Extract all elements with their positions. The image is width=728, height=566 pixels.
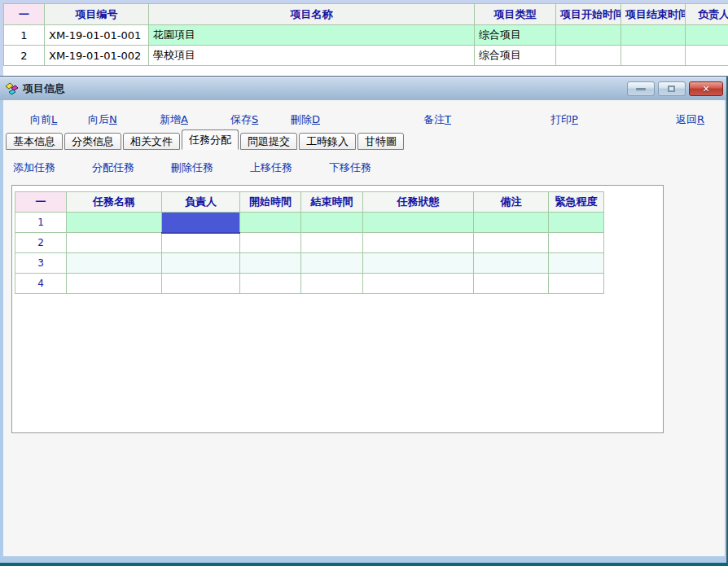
corner-header: 一 (15, 192, 67, 213)
toolbar-save[interactable]: 保存S (230, 112, 258, 127)
task-name-cell[interactable] (67, 253, 162, 274)
window-client-area: 向前L 向后N 新增A 保存S 刪除D 备注T 打印P 返回R 基本信息 分类信… (3, 100, 725, 556)
task-status-cell[interactable] (363, 253, 474, 274)
assignee-cell[interactable] (162, 274, 240, 294)
assignee-cell-selected[interactable] (162, 213, 240, 233)
row-number[interactable]: 2 (15, 233, 67, 253)
start-time-cell[interactable] (240, 233, 301, 253)
toolbar-return[interactable]: 返回R (676, 112, 704, 127)
assignee-cell[interactable] (162, 233, 240, 253)
window-controls: ✕ (627, 81, 723, 96)
urgency-cell[interactable] (549, 253, 604, 274)
move-up-task-button[interactable]: 上移任務 (250, 160, 292, 175)
column-header-assignee: 負責人 (162, 192, 240, 213)
remark-cell[interactable] (474, 213, 549, 233)
toolbar-backward[interactable]: 向后N (88, 112, 117, 127)
task-status-cell[interactable] (363, 213, 474, 233)
table-row[interactable]: 1 XM-19-01-01-001 花園項目 综合项目 (4, 25, 728, 46)
tab-strip: 基本信息 分类信息 相关文件 任務分配 問題提交 工時錄入 甘特圖 (6, 129, 406, 150)
row-number[interactable]: 3 (15, 253, 67, 274)
table-row[interactable]: 2 XM-19-01-01-002 學校項目 综合项目 (4, 46, 728, 66)
project-nodes-icon (5, 82, 19, 96)
tab-time-entry[interactable]: 工時錄入 (299, 133, 356, 150)
project-owner-cell[interactable] (686, 46, 728, 66)
end-time-cell[interactable] (301, 274, 363, 294)
project-grid: 一 项目编号 项目名称 项目类型 项目开始时间 项目结束时间 负责人 1 XM-… (3, 3, 728, 67)
urgency-cell[interactable] (549, 233, 604, 253)
column-header-end-time: 結束時間 (301, 192, 363, 213)
table-row[interactable]: 3 (15, 253, 604, 274)
task-panel: 一 任務名稱 負責人 開始時間 結束時間 任務狀態 備注 緊急程度 1 (11, 185, 664, 433)
minimize-button[interactable] (627, 81, 655, 96)
toolbar-add[interactable]: 新增A (160, 112, 188, 127)
end-time-cell[interactable] (301, 213, 363, 233)
add-task-button[interactable]: 添加任務 (13, 160, 55, 175)
row-number[interactable]: 1 (4, 25, 45, 46)
project-start-cell[interactable] (556, 25, 621, 46)
column-header-owner: 负责人 (686, 4, 728, 25)
assignee-cell[interactable] (162, 253, 240, 274)
urgency-cell[interactable] (549, 213, 604, 233)
tab-task-assignment[interactable]: 任務分配 (182, 129, 239, 150)
project-type-cell[interactable]: 综合项目 (475, 25, 556, 46)
maximize-icon (668, 86, 675, 92)
tab-gantt-chart[interactable]: 甘特圖 (357, 133, 404, 150)
project-name-cell[interactable]: 花園項目 (149, 25, 475, 46)
task-name-cell[interactable] (67, 274, 162, 294)
table-row[interactable]: 4 (15, 274, 604, 294)
urgency-cell[interactable] (549, 274, 604, 294)
project-type-cell[interactable]: 综合项目 (475, 46, 556, 66)
remark-cell[interactable] (474, 274, 549, 294)
window-title: 项目信息 (23, 77, 65, 100)
top-grid-area: 一 项目编号 项目名称 项目类型 项目开始时间 项目结束时间 负责人 1 XM-… (0, 0, 728, 76)
table-row[interactable]: 1 (15, 213, 604, 233)
toolbar-remark[interactable]: 备注T (423, 112, 451, 127)
project-end-cell[interactable] (621, 46, 686, 66)
move-down-task-button[interactable]: 下移任務 (329, 160, 371, 175)
end-time-cell[interactable] (301, 253, 363, 274)
tab-category-info[interactable]: 分类信息 (64, 133, 121, 150)
toolbar-print[interactable]: 打印P (550, 112, 578, 127)
task-name-cell[interactable] (67, 233, 162, 253)
task-status-cell[interactable] (363, 274, 474, 294)
task-status-cell[interactable] (363, 233, 474, 253)
start-time-cell[interactable] (240, 253, 301, 274)
table-row[interactable]: 2 (15, 233, 604, 253)
column-header-task-name: 任務名稱 (67, 192, 162, 213)
toolbar-forward[interactable]: 向前L (30, 112, 57, 127)
end-time-cell[interactable] (301, 233, 363, 253)
column-header-urgency: 緊急程度 (549, 192, 604, 213)
column-header-project-name: 项目名称 (149, 4, 475, 25)
start-time-cell[interactable] (240, 274, 301, 294)
task-table-header-row: 一 任務名稱 負責人 開始時間 結束時間 任務狀態 備注 緊急程度 (15, 192, 604, 213)
column-header-project-type: 项目类型 (475, 4, 556, 25)
column-header-start-time: 项目开始时间 (556, 4, 621, 25)
start-time-cell[interactable] (240, 213, 301, 233)
project-end-cell[interactable] (621, 25, 686, 46)
column-header-end-time: 项目结束时间 (621, 4, 686, 25)
assign-task-button[interactable]: 分配任務 (92, 160, 134, 175)
close-button[interactable]: ✕ (689, 81, 723, 96)
toolbar-delete[interactable]: 刪除D (291, 112, 320, 127)
row-number[interactable]: 4 (15, 274, 67, 294)
tab-issue-submit[interactable]: 問題提交 (240, 133, 297, 150)
remark-cell[interactable] (474, 253, 549, 274)
remark-cell[interactable] (474, 233, 549, 253)
tab-related-files[interactable]: 相关文件 (123, 133, 180, 150)
project-code-cell-selected[interactable]: XM-19-01-01-001 (45, 25, 149, 46)
row-number[interactable]: 2 (4, 46, 45, 66)
project-owner-cell[interactable] (686, 25, 728, 46)
task-name-cell[interactable] (67, 213, 162, 233)
project-start-cell[interactable] (556, 46, 621, 66)
column-header-start-time: 開始時間 (240, 192, 301, 213)
tab-basic-info[interactable]: 基本信息 (6, 133, 63, 150)
row-number[interactable]: 1 (15, 213, 67, 233)
column-header-remark: 備注 (474, 192, 549, 213)
window-titlebar[interactable]: 项目信息 ✕ (0, 77, 728, 100)
maximize-button[interactable] (658, 81, 686, 96)
delete-task-button[interactable]: 刪除任務 (171, 160, 213, 175)
project-code-cell[interactable]: XM-19-01-01-002 (45, 46, 149, 66)
close-icon: ✕ (702, 84, 709, 94)
minimize-icon (636, 88, 646, 90)
project-name-cell[interactable]: 學校項目 (149, 46, 475, 66)
